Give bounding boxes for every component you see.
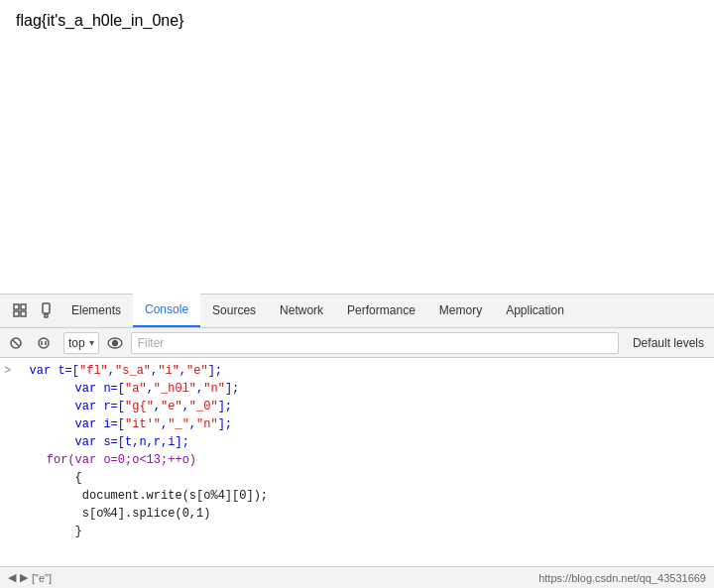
code-part: ]; [208, 363, 222, 379]
code-part: , [189, 416, 196, 432]
code-part: , [147, 381, 154, 397]
code-part: "_h0l" [154, 381, 196, 397]
code-part: "n" [196, 416, 218, 432]
code-part: "i" [158, 363, 179, 379]
code-part: s[o%4].splice(0,1) [18, 506, 210, 522]
code-part: "s_a" [115, 363, 151, 379]
code-part: ]; [225, 381, 239, 397]
svg-rect-5 [45, 314, 48, 317]
tab-bar: ElementsConsoleSourcesNetworkPerformance… [0, 294, 714, 328]
flag-text: flag{it's_a_h0le_in_0ne} [16, 12, 183, 29]
bottom-left: ◀ ▶ ["e"] [8, 571, 52, 584]
code-part: var i=[ [18, 416, 125, 432]
tab-elements[interactable]: Elements [60, 294, 133, 327]
code-part: , [196, 381, 203, 397]
code-part: ]; [218, 416, 232, 432]
tab-console[interactable]: Console [133, 294, 200, 327]
code-part: "e" [161, 399, 182, 414]
code-part: , [161, 416, 168, 432]
bottom-url: https://blog.csdn.net/qq_43531669 [538, 572, 706, 584]
code-part: ]; [218, 399, 232, 414]
context-selector[interactable]: top ▾ [63, 332, 99, 354]
inspect-icon[interactable] [8, 298, 32, 322]
code-part: , [179, 363, 186, 379]
code-part: , [182, 399, 189, 414]
tab-application[interactable]: Application [494, 294, 576, 327]
code-part: document.write(s[o%4][0]); [18, 488, 268, 504]
code-part: { [18, 470, 82, 486]
svg-rect-2 [14, 311, 19, 316]
code-part: var r=[ [18, 399, 125, 414]
svg-line-7 [13, 340, 19, 346]
tabs-container: ElementsConsoleSourcesNetworkPerformance… [60, 294, 576, 327]
main-page: flag{it's_a_h0le_in_0ne} [0, 0, 714, 294]
bottom-result: ["e"] [32, 572, 52, 584]
svg-rect-4 [43, 303, 50, 313]
code-part: var n=[ [18, 381, 125, 397]
tab-sources[interactable]: Sources [200, 294, 268, 327]
code-part: var s=[t,n,r,i]; [18, 434, 189, 450]
code-part: "e" [186, 363, 208, 379]
console-line-5: var s=[t,n,r,i]; [0, 433, 714, 451]
devtools-panel: ElementsConsoleSourcesNetworkPerformance… [0, 294, 714, 588]
console-toolbar: top ▾ Default levels [0, 328, 714, 358]
tabbar-icons [0, 294, 67, 327]
tab-performance[interactable]: Performance [335, 294, 427, 327]
device-icon[interactable] [36, 298, 60, 322]
code-part: "g{" [125, 399, 154, 414]
svg-rect-0 [14, 304, 19, 309]
code-part: for(var o=0;o<13;++o) [18, 452, 196, 468]
svg-rect-1 [21, 304, 26, 309]
console-line-6: for(var o=0;o<13;++o) [0, 451, 714, 469]
bottom-left-arrow[interactable]: ◀ [8, 571, 16, 584]
console-line-10: } [0, 523, 714, 540]
code-part: "it'" [125, 416, 161, 432]
console-output: > var t=["fl","s_a","i","e"]; var n=["a"… [0, 358, 714, 566]
code-part: , [154, 399, 161, 414]
console-line-1: > var t=["fl","s_a","i","e"]; [0, 362, 714, 380]
chevron-down-icon: ▾ [89, 337, 94, 348]
console-line-4: var i=["it'","_","n"]; [0, 415, 714, 433]
context-label: top [68, 336, 85, 350]
eye-icon[interactable] [103, 331, 127, 355]
console-line-7: { [0, 469, 714, 487]
tab-memory[interactable]: Memory [427, 294, 494, 327]
bottom-right-arrow[interactable]: ▶ [20, 571, 28, 584]
code-part: "a" [125, 381, 147, 397]
code-part: "fl" [79, 363, 108, 379]
code-part: "_0" [189, 399, 218, 414]
svg-point-8 [39, 338, 49, 348]
console-line-8: document.write(s[o%4][0]); [0, 487, 714, 505]
console-line-3: var r=["g{","e","_0"]; [0, 398, 714, 415]
svg-point-12 [112, 340, 117, 345]
code-part: , [151, 363, 158, 379]
tab-network[interactable]: Network [268, 294, 335, 327]
console-line-2: var n=["a","_h0l","n"]; [0, 380, 714, 398]
code-part: } [18, 524, 82, 539]
code-part: "n" [203, 381, 225, 397]
bottom-bar: ◀ ▶ ["e"] https://blog.csdn.net/qq_43531… [0, 566, 714, 588]
code-part: "_" [168, 416, 189, 432]
pause-icon[interactable] [32, 331, 56, 355]
console-arrow[interactable]: > [4, 363, 18, 379]
code-part: var t=[ [22, 363, 79, 379]
svg-rect-3 [21, 311, 26, 316]
clear-console-icon[interactable] [4, 331, 28, 355]
console-line-9: s[o%4].splice(0,1) [0, 505, 714, 523]
code-part: , [108, 363, 115, 379]
filter-input[interactable] [131, 332, 619, 354]
default-levels-button[interactable]: Default levels [627, 336, 710, 350]
